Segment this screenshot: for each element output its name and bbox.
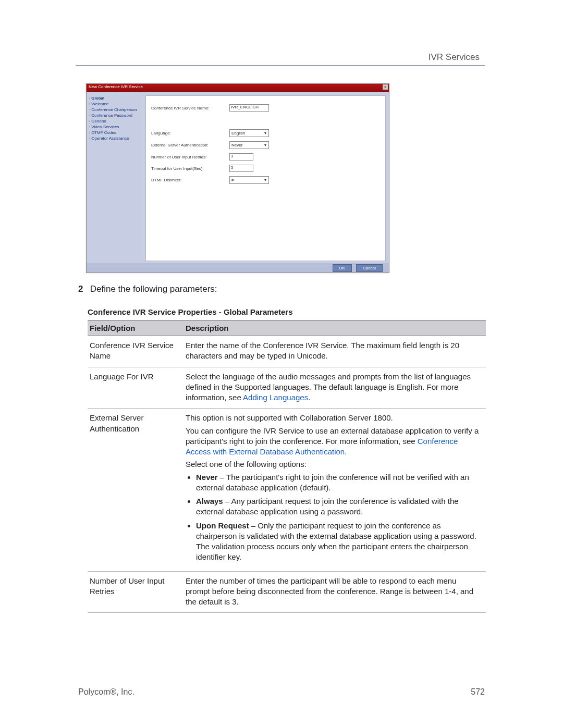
section-header: IVR Services	[429, 52, 480, 63]
table-header-row: Field/Option Description	[88, 320, 486, 336]
chevron-right-icon: ›	[89, 125, 90, 129]
select-value: English	[231, 131, 245, 135]
desc-text: .	[308, 393, 310, 402]
desc-cell: Enter the name of the Conference IVR Ser…	[183, 336, 486, 367]
desc-cell: Enter the number of times the participan…	[183, 571, 486, 613]
footer-company: Polycom®, Inc.	[78, 687, 134, 697]
sidebar-item-password[interactable]: ›Conference Password	[89, 113, 143, 118]
sidebar-item-label: DTMF Codes	[91, 130, 116, 135]
field-label: Conference IVR Service Name:	[151, 106, 229, 110]
chevron-right-icon: ›	[89, 114, 90, 117]
table-title: Conference IVR Service Properties - Glob…	[88, 307, 293, 316]
footer-page-number: 572	[471, 687, 485, 697]
sidebar-item-label: Conference Password	[91, 113, 132, 118]
step-text: Define the following parameters:	[90, 284, 217, 294]
close-icon[interactable]: x	[383, 84, 388, 90]
sidebar-item-label: Operator Assistance	[91, 136, 129, 141]
option-desc: – Any participant request to join the co…	[196, 497, 459, 516]
ivr-service-dialog: New Conference IVR Service x ›Global ›We…	[86, 83, 389, 273]
ext-auth-select[interactable]: Never▾	[229, 141, 269, 149]
option-name: Upon Request	[196, 521, 249, 530]
list-item: Never – The participant's right to join …	[196, 472, 483, 493]
dialog-title: New Conference IVR Service	[89, 84, 143, 89]
desc-cell: This option is not supported with Collab…	[183, 409, 486, 571]
field-cell: Number of User Input Retries	[88, 571, 183, 613]
field-cell: External Server Authentication	[88, 409, 183, 571]
sidebar-item-label: Global	[91, 96, 104, 101]
desc-text: This option is not supported with Collab…	[186, 413, 483, 423]
timeout-input[interactable]: 5	[229, 165, 253, 172]
service-name-input[interactable]: IVR_ENGLISH	[229, 104, 269, 112]
sidebar-item-chairperson[interactable]: ›Conference Chairperson	[89, 107, 143, 113]
desc-text: You can configure the IVR Service to use…	[186, 426, 483, 458]
field-cell: Conference IVR Service Name	[88, 336, 183, 367]
adding-languages-link[interactable]: Adding Languages	[243, 393, 308, 402]
sidebar-item-label: Welcome	[91, 102, 108, 106]
options-list: Never – The participant's right to join …	[186, 472, 483, 563]
dtmf-delimiter-select[interactable]: #▾	[229, 176, 269, 184]
field-label: Language:	[151, 131, 229, 135]
field-label: External Server Authentication:	[151, 143, 229, 147]
option-name: Never	[196, 473, 218, 482]
sidebar-item-label: Conference Chairperson	[91, 107, 137, 112]
col-header-desc: Description	[183, 320, 486, 336]
chevron-down-icon: ▾	[263, 178, 268, 182]
sidebar-item-global[interactable]: ›Global	[89, 95, 143, 101]
desc-text: .	[345, 447, 347, 456]
chevron-right-icon: ›	[89, 131, 90, 134]
option-name: Always	[196, 497, 223, 505]
option-desc: – The participant's right to join the co…	[196, 473, 469, 492]
list-item: Upon Request – Only the participant requ…	[196, 521, 483, 563]
sidebar-item-label: Video Services	[91, 125, 119, 129]
language-select[interactable]: English▾	[229, 129, 269, 137]
field-label: Number of User Input Retries:	[151, 155, 229, 159]
dialog-footer: OK Cancel	[87, 263, 389, 273]
chevron-down-icon: ▾	[263, 143, 268, 147]
field-label: DTMF Delimiter:	[151, 178, 229, 182]
step-number: 2	[78, 284, 88, 294]
table-row: Number of User Input Retries Enter the n…	[88, 571, 486, 613]
chevron-right-icon: ›	[89, 137, 90, 140]
step-instruction: 2 Define the following parameters:	[78, 284, 485, 294]
cancel-button[interactable]: Cancel	[356, 264, 383, 272]
table-row: External Server Authentication This opti…	[88, 409, 486, 571]
dialog-main-panel: Conference IVR Service Name: IVR_ENGLISH…	[145, 95, 386, 261]
table-row: Conference IVR Service Name Enter the na…	[88, 336, 486, 367]
parameters-table: Field/Option Description Conference IVR …	[88, 320, 486, 613]
header-divider	[76, 65, 485, 66]
field-label: Timeout for User Input(Sec):	[151, 166, 229, 171]
sidebar-item-operator[interactable]: ›Operator Assistance	[89, 135, 143, 141]
desc-text: Select the language of the audio message…	[186, 372, 471, 402]
dialog-titlebar: New Conference IVR Service x	[87, 84, 389, 92]
ok-button[interactable]: OK	[333, 264, 352, 272]
dialog-body: ›Global ›Welcome ›Conference Chairperson…	[87, 92, 389, 264]
retries-input[interactable]: 3	[229, 153, 253, 161]
chevron-right-icon: ›	[89, 102, 90, 106]
col-header-field: Field/Option	[88, 320, 183, 336]
field-cell: Language For IVR	[88, 367, 183, 409]
document-page: IVR Services New Conference IVR Service …	[0, 0, 563, 728]
sidebar-item-label: General	[91, 119, 106, 124]
desc-cell: Select the language of the audio message…	[183, 367, 486, 409]
chevron-right-icon: ›	[89, 108, 90, 112]
desc-text: Select one of the following options:	[186, 459, 483, 470]
chevron-right-icon: ›	[89, 96, 90, 100]
sidebar-item-general[interactable]: ›General	[89, 118, 143, 124]
chevron-right-icon: ›	[89, 119, 90, 123]
sidebar-item-video[interactable]: ›Video Services	[89, 124, 143, 130]
sidebar-item-dtmf[interactable]: ›DTMF Codes	[89, 130, 143, 135]
sidebar-item-welcome[interactable]: ›Welcome	[89, 101, 143, 107]
dialog-sidebar: ›Global ›Welcome ›Conference Chairperson…	[87, 92, 145, 264]
chevron-down-icon: ▾	[263, 131, 268, 135]
select-value: #	[231, 178, 234, 182]
select-value: Never	[231, 143, 242, 147]
list-item: Always – Any participant request to join…	[196, 496, 483, 517]
table-row: Language For IVR Select the language of …	[88, 367, 486, 409]
